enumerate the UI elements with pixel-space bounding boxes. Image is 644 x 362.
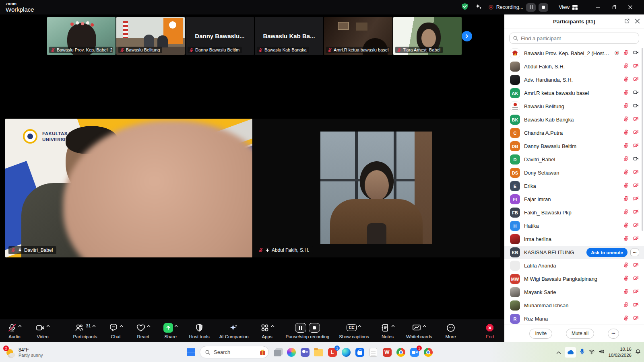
end-meeting-button[interactable]: End bbox=[481, 323, 499, 339]
chevron-up-icon[interactable] bbox=[120, 325, 123, 327]
speaker-icon[interactable] bbox=[599, 349, 605, 356]
show-captions-button[interactable]: CC Show captions bbox=[339, 323, 369, 339]
wps-icon[interactable]: W bbox=[382, 347, 392, 357]
video-tile-davitri[interactable]: FAKULTAS ILM UNIVERSITAS Davitri_Babel bbox=[5, 119, 252, 257]
weather-desc: Partly sunny bbox=[19, 353, 43, 358]
ai-companion-sparkle-icon[interactable] bbox=[475, 3, 482, 12]
chevron-up-icon[interactable] bbox=[46, 325, 50, 327]
start-button[interactable] bbox=[186, 347, 196, 357]
file-explorer-icon[interactable] bbox=[314, 347, 324, 357]
participant-row[interactable]: DS Dony Setiawan bbox=[504, 166, 644, 179]
ask-to-unmute-button[interactable]: Ask to unmute bbox=[586, 248, 627, 257]
wifi-icon[interactable] bbox=[588, 349, 595, 356]
weather-widget[interactable]: 2 84°F Partly sunny bbox=[5, 347, 43, 358]
panel-scrollbar[interactable] bbox=[642, 48, 643, 231]
popout-panel-icon[interactable] bbox=[624, 18, 630, 26]
zoom-app-icon[interactable]: 1 bbox=[409, 347, 419, 357]
mute-all-button[interactable]: Mute all bbox=[566, 329, 594, 339]
video-button[interactable]: Video bbox=[34, 323, 52, 339]
invite-button[interactable]: Invite bbox=[529, 329, 552, 339]
participant-more-button[interactable]: ••• bbox=[630, 249, 639, 256]
video-tile-abdul-fakih[interactable]: Abdul Fakih, S.H. bbox=[253, 119, 500, 257]
ai-companion-button[interactable]: AI Companion bbox=[219, 323, 249, 339]
mic-muted-icon bbox=[258, 248, 263, 253]
participants-button[interactable]: 31 Participants bbox=[73, 323, 97, 339]
minimize-button[interactable] bbox=[590, 1, 606, 13]
chrome-icon[interactable] bbox=[423, 347, 433, 357]
microsoft-store-icon[interactable] bbox=[355, 347, 365, 357]
participant-row[interactable]: KB KASISNA BELITUNG Ask to unmute ••• bbox=[504, 246, 644, 259]
audio-button[interactable]: Audio bbox=[6, 323, 23, 339]
participant-row[interactable]: Bawaslu Belitung bbox=[504, 100, 644, 113]
participant-row[interactable]: D Davitri_Babel bbox=[504, 153, 644, 166]
apps-button[interactable]: Apps bbox=[258, 323, 276, 339]
browser-icon[interactable] bbox=[396, 347, 406, 357]
close-window-icon[interactable] bbox=[622, 1, 638, 13]
notification-center-icon[interactable] bbox=[635, 349, 641, 356]
chevron-up-icon[interactable] bbox=[271, 325, 275, 327]
pause-recording-button[interactable] bbox=[295, 323, 306, 333]
notes-button[interactable]: Notes bbox=[379, 323, 396, 339]
participant-row[interactable]: BK Bawaslu Kab Bangka bbox=[504, 113, 644, 126]
taskbar-clock[interactable]: 10.16 10/02/2026 bbox=[608, 346, 632, 358]
taskbar-search[interactable]: Search bbox=[200, 346, 269, 358]
filmstrip-tile[interactable]: Bawaslu Kab Ba... Bawaslu Kab Bangka bbox=[255, 17, 323, 55]
participant-row[interactable]: H Hatika bbox=[504, 219, 644, 232]
chevron-up-icon[interactable] bbox=[358, 325, 361, 327]
pause-recording-button[interactable] bbox=[526, 3, 536, 12]
chevron-up-icon[interactable] bbox=[92, 325, 96, 327]
share-button[interactable]: Share bbox=[162, 323, 180, 339]
chevron-up-icon[interactable] bbox=[174, 325, 178, 327]
tile-name-label: Bawaslu Kab Bangka bbox=[257, 47, 309, 53]
filmstrip-tile[interactable]: Bawaslu Prov. Kep. Babel_2 bbox=[47, 17, 116, 55]
filmstrip-tile[interactable]: Tiara Arnest_Babel bbox=[393, 17, 462, 55]
participant-row[interactable]: Muhammad Ichsan bbox=[504, 299, 644, 312]
edge-icon[interactable] bbox=[341, 347, 351, 357]
filmstrip-tile[interactable]: Bawaslu Belitung bbox=[116, 17, 185, 55]
tray-chevron-up-icon[interactable] bbox=[556, 349, 561, 356]
filmstrip-tile[interactable]: Danny Bawaslu... Danny Bawaslu Beltim bbox=[186, 17, 254, 55]
task-view-icon[interactable] bbox=[272, 347, 283, 357]
mic-muted-icon bbox=[623, 116, 629, 123]
filmstrip-tile[interactable]: Amri.R ketua bawaslu basel bbox=[324, 17, 392, 55]
close-panel-icon[interactable] bbox=[635, 18, 640, 25]
participant-row[interactable]: FI Fajar Imran bbox=[504, 193, 644, 206]
chevron-up-icon[interactable] bbox=[423, 325, 426, 327]
maximize-button[interactable] bbox=[606, 1, 622, 13]
participant-row[interactable]: R Ruz Mana bbox=[504, 312, 644, 325]
participant-row[interactable]: AK Amri.R ketua bawaslu basel bbox=[504, 86, 644, 100]
stop-recording-button[interactable] bbox=[539, 3, 548, 12]
chevron-up-icon[interactable] bbox=[391, 325, 395, 327]
participant-row[interactable]: Mayank Sarie bbox=[504, 286, 644, 299]
teams-icon[interactable] bbox=[300, 347, 310, 357]
view-button[interactable]: View bbox=[559, 4, 578, 10]
app-l-icon[interactable]: L 1 bbox=[327, 347, 337, 357]
find-participant-input[interactable] bbox=[509, 33, 639, 44]
participant-row[interactable]: E Erika bbox=[504, 179, 644, 193]
host-tools-button[interactable]: Host tools bbox=[189, 323, 210, 339]
notepad-icon[interactable] bbox=[368, 347, 378, 357]
chat-button[interactable]: Chat bbox=[107, 323, 125, 339]
participant-row[interactable]: FB Fakih_ Bawaslu Pkp bbox=[504, 206, 644, 219]
participant-row[interactable]: Adv. Hardianda, S.H. bbox=[504, 73, 644, 86]
tray-microphone-icon[interactable] bbox=[580, 348, 585, 356]
camera-off-icon bbox=[633, 169, 639, 177]
filmstrip-next-button[interactable] bbox=[462, 31, 472, 41]
participant-row[interactable]: Latifa Ananda bbox=[504, 259, 644, 272]
react-button[interactable]: React bbox=[134, 323, 152, 339]
participant-row[interactable]: DB Danny Bawaslu Beltim bbox=[504, 140, 644, 153]
onedrive-icon[interactable] bbox=[565, 347, 576, 358]
whiteboards-button[interactable]: Whiteboards bbox=[406, 323, 432, 339]
copilot-icon[interactable] bbox=[286, 347, 296, 357]
participant-row[interactable]: irma herlina bbox=[504, 232, 644, 246]
participant-row[interactable]: MW M Wigi Bawaslu Pangkalpinang bbox=[504, 272, 644, 286]
participant-row[interactable]: Abdul Fakih, S.H. bbox=[504, 60, 644, 73]
participant-row[interactable]: C Chandra A.Putra bbox=[504, 126, 644, 140]
chevron-up-icon[interactable] bbox=[18, 325, 22, 327]
chevron-up-icon[interactable] bbox=[147, 325, 151, 327]
security-shield-icon[interactable] bbox=[461, 3, 469, 12]
more-button[interactable]: More bbox=[442, 323, 460, 339]
participant-row[interactable]: Bawaslu Prov. Kep. Babel_2 (Host, me) bbox=[504, 47, 644, 60]
panel-more-button[interactable]: ••• bbox=[608, 329, 619, 339]
stop-recording-button[interactable] bbox=[309, 323, 320, 333]
